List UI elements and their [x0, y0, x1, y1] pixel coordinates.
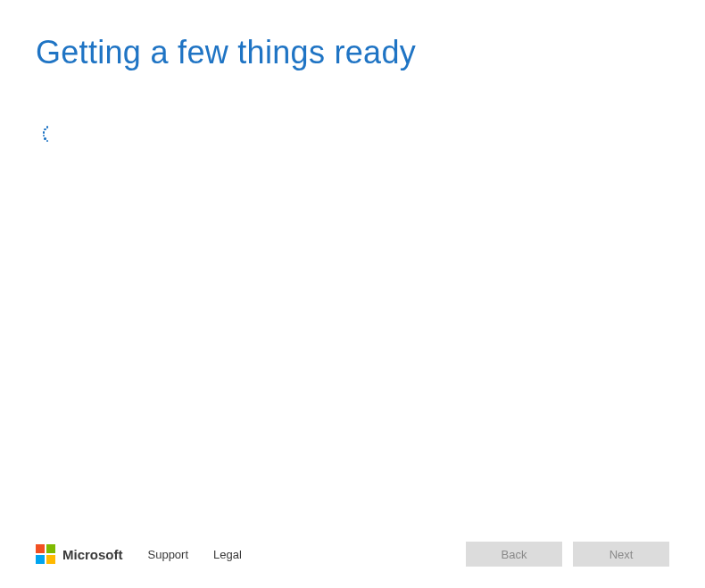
header: Getting a few things ready [0, 0, 705, 71]
footer: Microsoft Support Legal Back Next [36, 542, 669, 567]
back-button[interactable]: Back [466, 542, 562, 567]
footer-actions: Back Next [466, 542, 669, 567]
microsoft-name: Microsoft [62, 547, 123, 562]
loading-spinner-icon [43, 125, 59, 141]
microsoft-brand: Microsoft [36, 544, 123, 564]
footer-left: Microsoft Support Legal [36, 544, 242, 564]
microsoft-logo-icon [36, 544, 55, 564]
page-title: Getting a few things ready [36, 34, 669, 71]
next-button[interactable]: Next [573, 542, 669, 567]
support-link[interactable]: Support [148, 548, 189, 561]
legal-link[interactable]: Legal [213, 548, 242, 561]
